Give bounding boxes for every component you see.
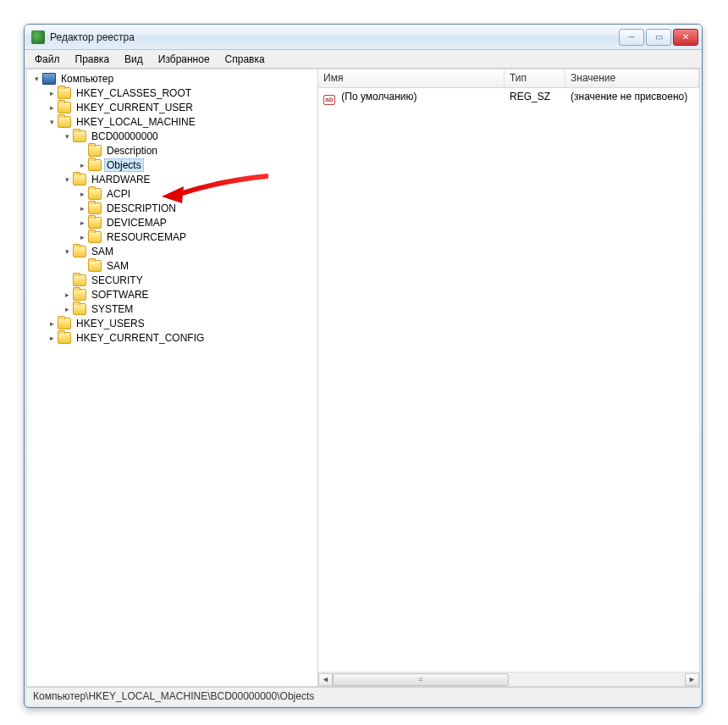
folder-icon xyxy=(58,87,71,99)
list-header: Имя Тип Значение xyxy=(318,69,699,88)
scroll-thumb[interactable]: ≡ xyxy=(333,673,509,686)
scroll-track[interactable]: ≡ xyxy=(333,673,685,686)
tree-sam[interactable]: SAM xyxy=(89,245,116,258)
folder-icon xyxy=(88,159,102,171)
expander-icon[interactable]: ▸ xyxy=(46,318,58,329)
list-body[interactable]: ab (По умолчанию) REG_SZ (значение не пр… xyxy=(318,88,699,672)
horizontal-scrollbar[interactable]: ◄ ≡ ► xyxy=(318,672,699,686)
tree-hardware[interactable]: HARDWARE xyxy=(89,173,153,186)
value-type: REG_SZ xyxy=(505,90,565,106)
folder-icon xyxy=(58,102,71,113)
folder-icon xyxy=(58,116,71,128)
window-title: Редактор реестра xyxy=(50,31,619,43)
tree-security[interactable]: SECURITY xyxy=(89,274,146,287)
col-value[interactable]: Значение xyxy=(565,69,699,87)
maximize-button[interactable]: ▭ xyxy=(646,29,671,46)
minimize-button[interactable]: ─ xyxy=(619,29,644,46)
folder-icon xyxy=(88,145,102,157)
expander-icon[interactable]: ▾ xyxy=(30,73,42,85)
menu-view[interactable]: Вид xyxy=(118,52,150,67)
expander-icon[interactable]: ▾ xyxy=(61,130,73,142)
folder-icon xyxy=(73,289,86,301)
status-bar: Компьютер\HKEY_LOCAL_MACHINE\BCD00000000… xyxy=(26,687,700,706)
tree-pane[interactable]: ▾ Компьютер ▸ HKEY_CLASSES_ROOT ▸ HKEY_C… xyxy=(27,69,318,686)
tree-root[interactable]: Компьютер xyxy=(58,72,116,86)
expander-icon[interactable]: ▸ xyxy=(76,159,88,171)
folder-icon xyxy=(73,130,86,142)
close-button[interactable]: ✕ xyxy=(673,29,698,46)
value-name: (По умолчанию) xyxy=(341,91,416,102)
tree-hkcu[interactable]: HKEY_CURRENT_USER xyxy=(74,101,196,114)
tree-software[interactable]: SOFTWARE xyxy=(89,288,152,302)
scroll-right-icon[interactable]: ► xyxy=(685,673,699,686)
expander-icon[interactable]: ▾ xyxy=(46,116,58,128)
values-pane: Имя Тип Значение ab (По умолчанию) REG_S… xyxy=(318,69,699,686)
expander-icon[interactable]: ▸ xyxy=(61,289,73,301)
tree-resourcemap[interactable]: RESOURCEMAP xyxy=(104,230,189,244)
folder-icon xyxy=(58,332,71,344)
col-name[interactable]: Имя xyxy=(318,69,505,87)
expander-icon[interactable]: ▸ xyxy=(46,87,58,99)
folder-icon xyxy=(73,303,86,315)
app-icon xyxy=(31,30,45,44)
expander-icon[interactable]: ▸ xyxy=(61,303,73,315)
registry-editor-window: Редактор реестра ─ ▭ ✕ Файл Правка Вид И… xyxy=(24,24,703,708)
expander-icon[interactable]: ▸ xyxy=(46,332,58,344)
folder-icon xyxy=(88,231,102,243)
computer-icon xyxy=(42,73,56,85)
tree-hkcr[interactable]: HKEY_CLASSES_ROOT xyxy=(74,86,194,100)
folder-icon xyxy=(73,274,86,286)
expander-icon[interactable]: ▸ xyxy=(76,188,88,200)
tree-hklm[interactable]: HKEY_LOCAL_MACHINE xyxy=(74,115,198,129)
string-value-icon: ab xyxy=(323,95,335,105)
expander-icon[interactable]: ▸ xyxy=(46,102,58,113)
menu-favorites[interactable]: Избранное xyxy=(152,52,217,67)
col-type[interactable]: Тип xyxy=(505,69,565,87)
status-path: Компьютер\HKEY_LOCAL_MACHINE\BCD00000000… xyxy=(33,690,314,702)
content-area: ▾ Компьютер ▸ HKEY_CLASSES_ROOT ▸ HKEY_C… xyxy=(26,69,700,687)
folder-icon xyxy=(88,260,102,272)
folder-icon xyxy=(58,318,71,329)
folder-icon xyxy=(88,217,102,229)
tree-hku[interactable]: HKEY_USERS xyxy=(74,317,147,330)
tree-hkcc[interactable]: HKEY_CURRENT_CONFIG xyxy=(74,331,207,345)
menu-file[interactable]: Файл xyxy=(28,52,67,67)
menu-edit[interactable]: Правка xyxy=(69,52,117,67)
expander-icon[interactable]: ▸ xyxy=(76,217,88,229)
menu-help[interactable]: Справка xyxy=(218,52,272,67)
tree-devicemap[interactable]: DEVICEMAP xyxy=(104,216,169,230)
tree-acpi[interactable]: ACPI xyxy=(104,187,133,201)
title-bar[interactable]: Редактор реестра ─ ▭ ✕ xyxy=(25,25,702,50)
menu-bar: Файл Правка Вид Избранное Справка xyxy=(25,50,702,69)
folder-icon xyxy=(73,246,86,257)
folder-icon xyxy=(88,188,102,200)
expander-icon[interactable]: ▾ xyxy=(61,174,73,185)
expander-icon[interactable]: ▸ xyxy=(76,202,88,214)
tree-sam-inner[interactable]: SAM xyxy=(104,259,131,273)
tree-bcd-objects[interactable]: Objects xyxy=(104,158,144,172)
expander-icon[interactable]: ▸ xyxy=(76,231,88,243)
list-row[interactable]: ab (По умолчанию) REG_SZ (значение не пр… xyxy=(318,88,699,108)
value-data: (значение не присвоено) xyxy=(565,90,699,106)
expander-icon[interactable]: ▾ xyxy=(61,246,73,257)
tree-bcd[interactable]: BCD00000000 xyxy=(89,130,161,143)
folder-icon xyxy=(88,202,102,214)
tree-description[interactable]: DESCRIPTION xyxy=(104,202,179,215)
folder-icon xyxy=(73,174,86,185)
scroll-left-icon[interactable]: ◄ xyxy=(318,673,333,686)
tree-system[interactable]: SYSTEM xyxy=(89,302,135,316)
tree-bcd-description[interactable]: Description xyxy=(104,144,160,158)
